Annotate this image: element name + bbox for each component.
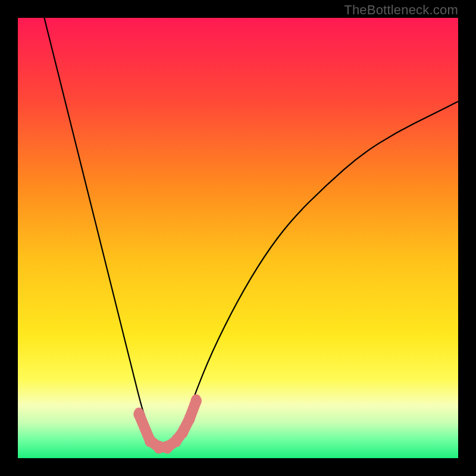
marker-dot [191,394,202,408]
marker-dot [178,425,189,439]
plot-area [18,18,458,458]
curve-layer [18,18,458,458]
watermark-text: TheBottleneck.com [344,2,458,18]
chart-frame: TheBottleneck.com [0,0,476,476]
marker-dot [134,408,145,421]
marker-dot [184,412,195,425]
bottleneck-curve [44,18,458,447]
bottleneck-markers [134,394,202,454]
